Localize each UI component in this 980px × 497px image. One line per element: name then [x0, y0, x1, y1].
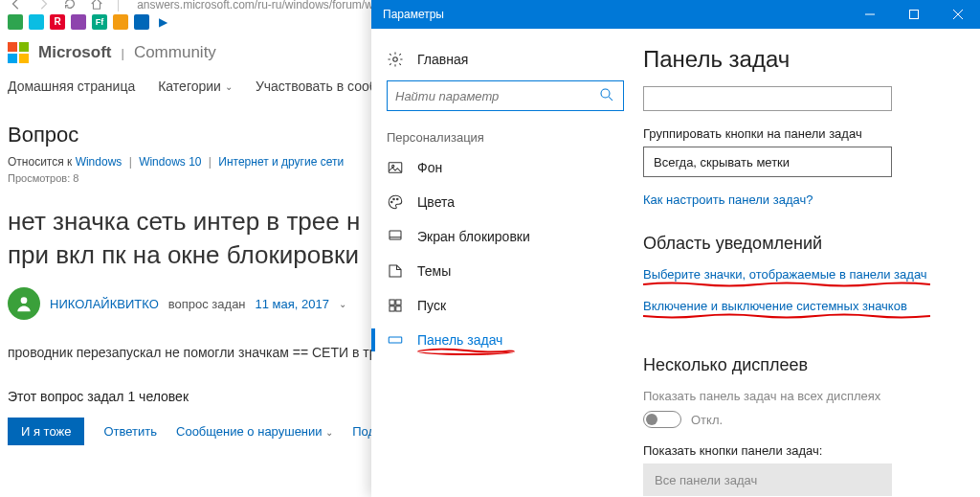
meta-link-net[interactable]: Интернет и другие сети	[218, 155, 344, 169]
fav-icon[interactable]	[8, 14, 23, 30]
me-too-button[interactable]: И я тоже	[8, 418, 84, 445]
svg-point-5	[392, 165, 394, 167]
nav-colors[interactable]: Цвета	[371, 185, 639, 219]
nav-taskbar[interactable]: Панель задач	[371, 323, 639, 357]
svg-rect-9	[390, 231, 401, 239]
window-title: Параметры	[371, 8, 848, 21]
svg-point-3	[601, 89, 610, 98]
palette-icon	[387, 193, 404, 211]
report-link[interactable]: Сообщение о нарушении ⌄	[176, 424, 333, 439]
multi-heading: Несколько дисплеев	[643, 355, 959, 375]
svg-rect-11	[396, 300, 401, 305]
svg-point-6	[391, 201, 393, 203]
asked-label: вопрос задан	[168, 297, 246, 311]
avatar	[8, 287, 40, 320]
fav-icon[interactable]	[134, 14, 149, 30]
notif-heading: Область уведомлений	[643, 234, 959, 254]
system-icons-link[interactable]: Включение и выключение системных значков	[643, 299, 907, 313]
author-name[interactable]: НИКОЛАЙКВИТКО	[50, 297, 159, 311]
svg-rect-10	[390, 300, 394, 305]
window-minimize-button[interactable]	[848, 0, 892, 29]
address-url[interactable]: answers.microsoft.com/ru-ru/windows/foru…	[137, 0, 373, 11]
nav-fwd-icon[interactable]	[36, 0, 50, 13]
toggle-state: Откл.	[691, 413, 723, 427]
show-buttons-select: Все панели задач	[643, 463, 892, 496]
svg-point-0	[21, 298, 28, 305]
svg-rect-13	[396, 306, 401, 311]
settings-home-label: Главная	[417, 52, 468, 67]
nav-background[interactable]: Фон	[371, 150, 639, 185]
settings-window: Параметры Главная Персонализаци	[371, 0, 980, 497]
nav-themes[interactable]: Темы	[371, 254, 639, 288]
fav-icon[interactable]	[113, 14, 128, 30]
meta-link-windows[interactable]: Windows	[76, 155, 122, 169]
microsoft-logo-icon	[8, 42, 29, 63]
fav-icon[interactable]	[29, 14, 44, 30]
multi-label: Показать панель задач на всех дисплеях	[643, 389, 959, 403]
fav-overflow-icon[interactable]: ▶	[159, 15, 167, 29]
search-icon	[598, 86, 615, 106]
chevron-down-icon: ⌄	[225, 81, 233, 92]
meta-link-win10[interactable]: Windows 10	[139, 155, 201, 169]
fav-icon[interactable]: Ff	[92, 14, 107, 30]
reply-link[interactable]: Ответить	[103, 424, 157, 439]
window-close-button[interactable]	[936, 0, 980, 29]
page-title: Панель задач	[643, 46, 959, 73]
chevron-down-icon[interactable]: ⌄	[339, 299, 346, 309]
show-buttons-label: Показать кнопки панели задач:	[643, 443, 959, 458]
fav-icon[interactable]: R	[50, 14, 65, 30]
themes-icon	[387, 262, 404, 280]
settings-search[interactable]	[387, 80, 624, 111]
nav-lockscreen[interactable]: Экран блокировки	[371, 219, 639, 254]
field-box[interactable]	[643, 86, 892, 111]
nav-home-icon[interactable]	[90, 0, 103, 13]
multi-toggle[interactable]	[643, 411, 681, 428]
fav-icon[interactable]	[71, 14, 86, 30]
nav-home[interactable]: Домашняя страница	[8, 79, 135, 94]
group-buttons-label: Группировать кнопки на панели задач	[643, 126, 959, 141]
howto-link[interactable]: Как настроить панели задач?	[643, 192, 813, 207]
section-personalization: Персонализация	[371, 124, 639, 150]
group-buttons-select[interactable]: Всегда, скрывать метки	[643, 147, 892, 177]
nav-categories[interactable]: Категории⌄	[158, 79, 233, 94]
asked-date[interactable]: 11 мая, 2017	[256, 297, 329, 311]
svg-rect-12	[390, 306, 394, 311]
nav-refresh-icon[interactable]	[63, 0, 77, 13]
brand-community[interactable]: Community	[134, 43, 216, 62]
svg-rect-1	[910, 11, 919, 19]
brand-microsoft[interactable]: Microsoft	[38, 43, 112, 62]
picture-icon	[387, 159, 404, 176]
settings-search-input[interactable]	[395, 89, 598, 103]
svg-point-7	[393, 198, 395, 200]
svg-point-2	[393, 57, 398, 62]
window-maximize-button[interactable]	[892, 0, 936, 29]
settings-home[interactable]: Главная	[371, 42, 639, 77]
start-icon	[387, 297, 404, 314]
lockscreen-icon	[387, 228, 404, 245]
gear-icon	[387, 51, 404, 68]
svg-point-8	[397, 198, 399, 200]
nav-start[interactable]: Пуск	[371, 288, 639, 323]
nav-back-icon[interactable]	[10, 0, 23, 13]
taskbar-icon	[387, 331, 404, 349]
svg-rect-14	[389, 337, 402, 343]
select-icons-link[interactable]: Выберите значки, отображаемые в панели з…	[643, 267, 927, 282]
